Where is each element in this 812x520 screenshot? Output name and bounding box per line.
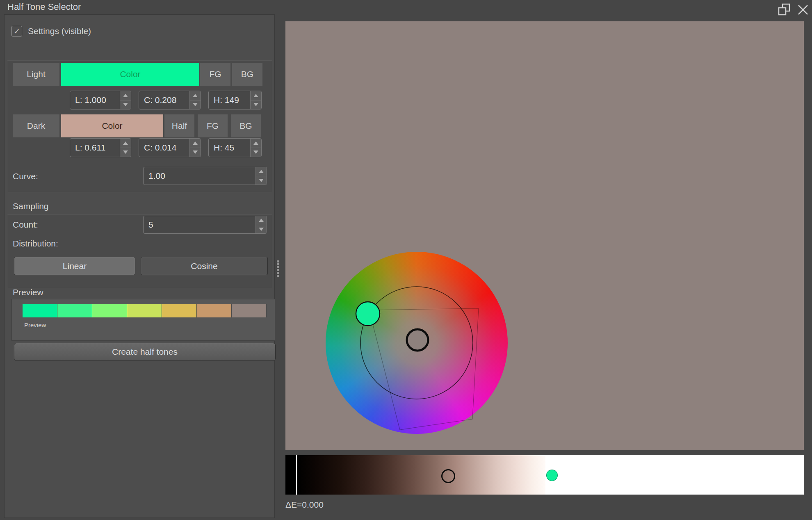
spin-up-icon[interactable] — [193, 94, 198, 97]
float-window-button[interactable] — [777, 2, 793, 17]
lightness-bar-black-zone — [285, 455, 296, 495]
light-c-spinner[interactable] — [189, 91, 201, 109]
distribution-label: Distribution: — [13, 239, 58, 249]
close-button[interactable] — [796, 3, 810, 17]
preview-swatch — [162, 304, 197, 317]
spin-down-icon[interactable] — [123, 151, 128, 154]
splitter-handle-dot[interactable] — [277, 266, 279, 268]
light-l-value[interactable]: L: 1.000 — [70, 91, 120, 109]
spin-down-icon[interactable] — [253, 151, 258, 154]
lightness-bar-white-zone — [545, 455, 804, 495]
count-spinner[interactable] — [255, 216, 267, 233]
spin-up-icon[interactable] — [259, 219, 264, 222]
light-c-spinbox[interactable]: C: 0.208 — [139, 91, 201, 109]
dark-bg-button[interactable]: BG — [231, 114, 261, 137]
dark-l-spinner[interactable] — [120, 139, 131, 157]
curve-spinbox[interactable]: 1.00 — [143, 167, 267, 185]
bar-light-marker[interactable] — [546, 470, 558, 481]
sampling-heading: Sampling — [13, 201, 49, 211]
dark-half-button[interactable]: Half — [164, 114, 194, 137]
spin-up-icon[interactable] — [123, 141, 128, 145]
dark-h-value[interactable]: H: 45 — [209, 139, 250, 157]
spin-up-icon[interactable] — [123, 94, 128, 97]
preview-caption: Preview — [24, 322, 46, 328]
preview-frame: Preview — [11, 299, 275, 341]
light-l-spinbox[interactable]: L: 1.000 — [70, 91, 131, 109]
dark-c-spinbox[interactable]: C: 0.014 — [139, 138, 201, 157]
settings-checkbox-label: Settings (visible) — [28, 26, 91, 36]
light-h-spinbox[interactable]: H: 149 — [208, 91, 262, 109]
dark-h-spinner[interactable] — [250, 139, 261, 157]
distribution-cosine-button[interactable]: Cosine — [141, 257, 268, 275]
dark-l-value[interactable]: L: 0.611 — [70, 139, 120, 157]
spin-up-icon[interactable] — [253, 141, 258, 145]
spin-up-icon[interactable] — [253, 94, 258, 97]
float-icon — [777, 2, 793, 17]
preview-swatch — [92, 304, 127, 317]
lightness-bar[interactable] — [285, 455, 804, 495]
delta-e-readout: ΔE=0.000 — [285, 500, 324, 510]
curve-spinner[interactable] — [255, 167, 267, 185]
lightness-bar-gradient — [297, 455, 545, 495]
gamut-outline — [369, 308, 479, 430]
dark-l-spinbox[interactable]: L: 0.611 — [70, 138, 131, 157]
preview-swatch — [57, 304, 92, 317]
settings-checkbox-row[interactable]: ✓ Settings (visible) — [11, 26, 176, 36]
dark-button[interactable]: Dark — [13, 114, 59, 137]
preview-swatch — [23, 304, 57, 317]
spin-up-icon[interactable] — [259, 170, 264, 173]
settings-panel: ✓ Settings (visible) Base Tones Light Co… — [4, 14, 275, 518]
bar-dark-marker[interactable] — [441, 469, 455, 483]
distribution-linear-button[interactable]: Linear — [14, 257, 135, 275]
color-wheel-canvas[interactable] — [285, 21, 804, 450]
light-tone-marker[interactable] — [356, 302, 380, 326]
count-spinbox[interactable]: 5 — [143, 216, 267, 234]
preview-swatch — [197, 304, 232, 317]
splitter-handle-dot[interactable] — [277, 275, 279, 277]
count-label: Count: — [13, 220, 38, 230]
dark-c-value[interactable]: C: 0.014 — [139, 139, 189, 157]
spin-down-icon[interactable] — [259, 228, 264, 231]
create-half-tones-button[interactable]: Create half tones — [14, 343, 276, 361]
half-tone-selector-window: Half Tone Selector ✓ Settings (visible) … — [0, 0, 812, 520]
dark-c-spinner[interactable] — [189, 139, 201, 157]
spin-down-icon[interactable] — [123, 103, 128, 106]
curve-label: Curve: — [13, 171, 38, 181]
settings-checkbox[interactable]: ✓ — [11, 26, 22, 36]
preview-heading: Preview — [13, 287, 43, 297]
spin-down-icon[interactable] — [193, 103, 198, 106]
splitter-handle-dot[interactable] — [277, 269, 279, 271]
light-color-button[interactable]: Color — [61, 63, 199, 86]
count-value[interactable]: 5 — [144, 216, 255, 233]
light-fg-button[interactable]: FG — [200, 63, 230, 86]
light-h-spinner[interactable] — [250, 91, 261, 109]
curve-value[interactable]: 1.00 — [144, 167, 255, 185]
wheel-overlay — [285, 21, 804, 450]
light-h-value[interactable]: H: 149 — [209, 91, 250, 109]
spin-down-icon[interactable] — [193, 151, 198, 154]
window-title: Half Tone Selector — [7, 2, 81, 12]
spin-up-icon[interactable] — [193, 141, 198, 145]
light-l-spinner[interactable] — [120, 91, 131, 109]
dark-color-button[interactable]: Color — [61, 114, 163, 137]
preview-swatches — [23, 304, 267, 317]
spin-down-icon[interactable] — [259, 179, 264, 182]
close-icon — [796, 3, 810, 17]
dark-h-spinbox[interactable]: H: 45 — [208, 138, 262, 157]
preview-swatch — [232, 304, 267, 317]
splitter-handle-dot[interactable] — [277, 260, 279, 262]
light-bg-button[interactable]: BG — [232, 63, 262, 86]
dark-fg-button[interactable]: FG — [198, 114, 228, 137]
light-button[interactable]: Light — [13, 63, 59, 86]
splitter-handle-dot[interactable] — [277, 272, 279, 274]
light-c-value[interactable]: C: 0.208 — [139, 91, 189, 109]
dark-tone-marker[interactable] — [407, 329, 428, 351]
checkmark-icon: ✓ — [14, 27, 20, 36]
spin-down-icon[interactable] — [253, 103, 258, 106]
preview-swatch — [127, 304, 162, 317]
splitter-handle-dot[interactable] — [277, 263, 279, 265]
